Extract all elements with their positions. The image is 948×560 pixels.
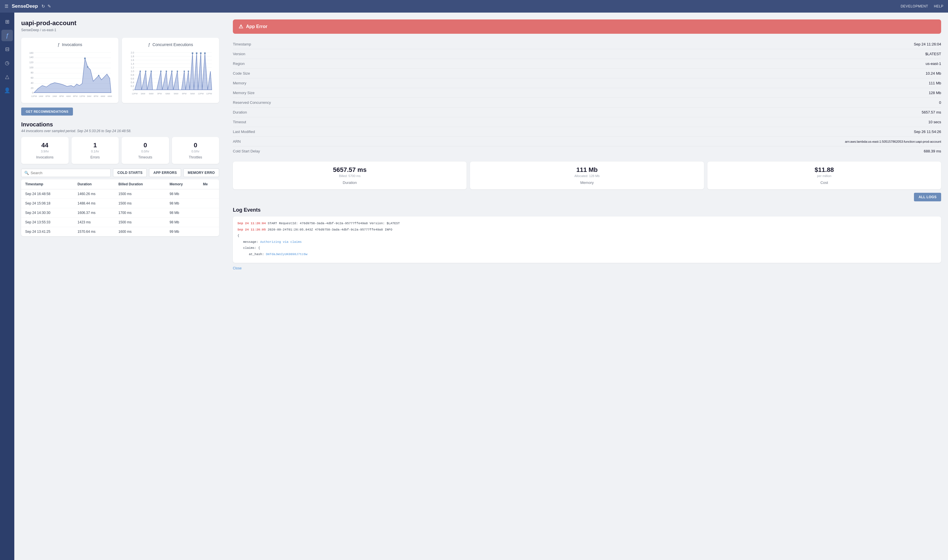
help-label[interactable]: HELP [934,4,943,8]
svg-text:1.0: 1.0 [131,70,134,73]
cold-starts-button[interactable]: COLD STARTS [113,168,147,177]
sidebar-item-clock[interactable]: ◷ [2,57,13,69]
refresh-icon[interactable]: ↻ [42,4,45,9]
stat-invocations: 44 3.9/hr Invocations [21,137,69,164]
table-row[interactable]: Sep 24 14:30:30 1606.37 ms 1700 ms 98 Mb [21,208,219,218]
detail-key: Timeout [233,117,290,127]
memory-errors-button[interactable]: MEMORY ERRO [183,168,219,177]
table-row[interactable]: Sep 24 15:06:18 1488.44 ms 1500 ms 98 Mb [21,199,219,208]
svg-text:6PM: 6PM [182,92,186,95]
concurrent-svg: 0 0.2 0.4 0.6 0.8 1.0 1.2 1.4 1.6 1.8 2.… [126,50,214,98]
svg-point-68 [200,52,202,54]
stat-throttles: 0 0.0/hr Throttles [172,137,219,164]
detail-row: Version $LATEST [233,49,941,59]
row-duration: 1488.44 ms [74,199,114,208]
main-wrapper: uapi-prod-account SenseDeep / us-east-1 … [14,12,948,560]
metric-memory: 111 Mb Allocated: 128 Mb Memory [470,162,704,189]
row-billed: 1500 ms [114,218,166,227]
detail-value: $LATEST [290,49,941,59]
sidebar-item-dashboard[interactable]: ⊞ [2,16,13,28]
metric-duration-value: 5657.57 ms [237,166,462,174]
env-label[interactable]: DEVELOPMENT [900,4,928,8]
invocations-chart-area: 0 20 40 60 80 100 120 140 160 [26,50,114,98]
svg-text:12PM: 12PM [198,92,204,95]
stat-errors-label: Errors [76,155,114,159]
svg-text:1.6: 1.6 [131,58,134,62]
log-line: Sep 24 11:26:05 2020-09-24T01:26:05.843Z… [237,228,937,232]
sidebar-item-alerts[interactable]: △ [2,71,13,82]
svg-text:12PM: 12PM [79,95,85,97]
stat-timeouts-label: Timeouts [126,155,165,159]
svg-text:3AM: 3AM [87,95,91,97]
detail-row: Reserved Concurrency 0 [233,98,941,108]
clock-icon: ◷ [5,60,9,66]
svg-text:0: 0 [133,88,134,91]
log-line: at_hash: DmTdaJWoIyUK0898J7tc6w [237,252,937,257]
functions-icon: ƒ [5,32,9,39]
svg-point-65 [188,71,189,72]
detail-row: ARN arn:aws:lambda:us-east-1:50515786205… [233,137,941,146]
row-memory: 98 Mb [166,189,199,199]
top-nav: ☰ SenseDeep ↻ ✎ DEVELOPMENT HELP [0,0,948,12]
svg-text:1.2: 1.2 [131,66,134,69]
detail-value: 10.24 Mb [290,69,941,78]
log-table-body: Sep 24 16:48:58 1460.26 ms 1500 ms 98 Mb… [21,189,219,237]
svg-point-64 [184,71,185,72]
row-billed: 1500 ms [114,189,166,199]
row-timestamp: Sep 24 13:55:33 [21,218,74,227]
sidebar-item-data[interactable]: ⊟ [2,43,13,55]
svg-text:4AM: 4AM [108,95,112,97]
svg-text:100: 100 [29,66,34,69]
metric-memory-label: Memory [475,180,699,185]
sidebar-item-user[interactable]: 👤 [2,85,13,96]
invocations-section-title: Invocations [21,121,219,128]
search-input-wrap[interactable]: 🔍 [21,169,111,177]
search-icon: 🔍 [24,171,29,175]
close-link[interactable]: Close [233,266,242,270]
log-link-message: Authorizing via claims [260,240,302,244]
svg-point-63 [177,71,178,72]
metric-duration-sub: Billed: 5700 ms [237,174,462,178]
svg-text:9AM: 9AM [190,92,195,95]
hamburger-icon[interactable]: ☰ [5,4,8,9]
concurrent-chart-title: ƒ Concurrent Executions [126,42,214,47]
svg-point-67 [196,52,198,54]
all-logs-wrap: ALL LOGS [233,193,941,202]
warning-icon: ⚠ [239,23,243,30]
settings-icon[interactable]: ✎ [48,4,51,9]
svg-text:1AM: 1AM [38,95,43,97]
get-recommendations-button[interactable]: GET RECOMMENDATIONS [21,108,73,115]
log-key-at-hash: at_hash: [249,252,266,256]
sidebar-item-functions[interactable]: ƒ [2,30,13,41]
detail-value: Sep 24 11:26:04 [290,40,941,49]
col-me: Me [199,179,219,189]
table-row[interactable]: Sep 24 13:55:33 1423 ms 1500 ms 98 Mb [21,218,219,227]
all-logs-button[interactable]: ALL LOGS [914,193,941,202]
detail-value: us-east-1 [290,59,941,69]
stat-errors: 1 0.1/hr Errors [71,137,119,164]
log-timestamp-1: Sep 24 11:26:04 [237,222,266,225]
svg-text:40: 40 [31,82,34,85]
row-billed: 1600 ms [114,227,166,237]
right-panel: ⚠ App Error Timestamp Sep 24 11:26:04 Ve… [226,12,948,560]
detail-table: Timestamp Sep 24 11:26:04 Version $LATES… [233,40,941,156]
svg-text:20: 20 [31,87,34,89]
svg-text:3AM: 3AM [141,92,145,95]
search-input[interactable] [31,171,108,175]
detail-value: 0 [290,98,941,108]
app-errors-button[interactable]: APP ERRORS [149,168,181,177]
log-events-area: Sep 24 11:26:04 START RequestId: 476d975… [233,217,941,263]
row-memory: 98 Mb [166,208,199,218]
row-duration: 1460.26 ms [74,189,114,199]
detail-value-arn: arn:aws:lambda:us-east-1:505157862053:fu… [290,137,941,146]
table-row[interactable]: Sep 24 16:48:58 1460.26 ms 1500 ms 98 Mb [21,189,219,199]
nav-icons: ↻ ✎ [42,4,51,9]
row-duration: 1606.37 ms [74,208,114,218]
svg-point-57 [140,71,141,72]
row-timestamp: Sep 24 13:41:25 [21,227,74,237]
table-row[interactable]: Sep 24 13:41:25 1570.64 ms 1600 ms 99 Mb [21,227,219,237]
svg-text:12PM: 12PM [206,92,212,95]
page-breadcrumb: SenseDeep / us-east-1 [21,28,219,32]
metric-cards: 5657.57 ms Billed: 5700 ms Duration 111 … [233,162,941,189]
svg-marker-18 [34,58,111,93]
